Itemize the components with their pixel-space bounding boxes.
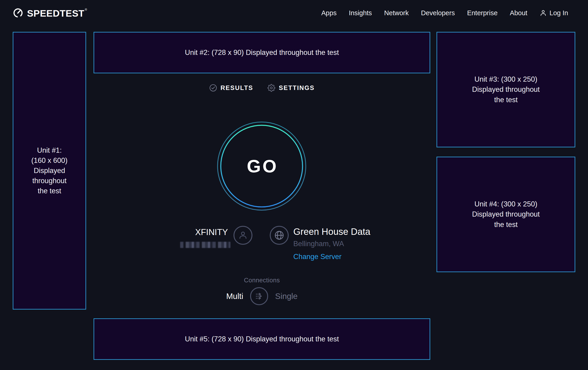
main-nav: Apps Insights Network Developers Enterpr… (321, 9, 568, 17)
login-button[interactable]: Log In (539, 9, 568, 17)
person-icon (238, 230, 248, 240)
check-circle-icon (209, 84, 217, 92)
trademark-symbol: ® (85, 8, 87, 11)
view-tabs: RESULTS SETTINGS (94, 84, 430, 92)
ad-unit-2-728x90[interactable]: Unit #2: (728 x 90) Displayed throughout… (94, 32, 430, 73)
ad-unit-5-728x90[interactable]: Unit #5: (728 x 90) Displayed throughout… (94, 318, 430, 360)
nav-item-network[interactable]: Network (384, 10, 409, 16)
gear-icon (267, 84, 275, 92)
redacted-ip-address (180, 242, 231, 248)
connections-title: Connections (94, 277, 430, 284)
server-location: Bellingham, WA (293, 240, 370, 247)
server-globe-badge (270, 226, 289, 245)
nav-item-apps[interactable]: Apps (321, 10, 336, 16)
ad-unit-1-text: Unit #1: (160 x 600) Displayed throughou… (32, 145, 68, 196)
connections-single-label[interactable]: Single (275, 291, 297, 301)
header: SPEEDTEST® Apps Insights Network Develop… (0, 0, 588, 26)
ad-unit-4-300x250[interactable]: Unit #4: (300 x 250) Displayed throughou… (437, 157, 575, 272)
ad-unit-4-text: Unit #4: (300 x 250) Displayed throughou… (472, 199, 540, 230)
speedometer-gauge-icon (13, 8, 23, 18)
nav-item-about[interactable]: About (510, 10, 527, 16)
nav-item-enterprise[interactable]: Enterprise (467, 10, 497, 16)
connections-row: Multi Single (94, 287, 430, 305)
connections-multi-label[interactable]: Multi (226, 291, 243, 301)
server-info: Green House Data Bellingham, WA Change S… (293, 227, 370, 260)
logo-text: SPEEDTEST (27, 8, 84, 19)
tab-results-label: RESULTS (220, 84, 253, 91)
server-name: Green House Data (293, 227, 370, 236)
ad-unit-3-text: Unit #3: (300 x 250) Displayed throughou… (472, 74, 540, 105)
tab-settings-label: SETTINGS (279, 84, 315, 91)
logo-wordmark: SPEEDTEST® (27, 8, 87, 18)
connections-toggle[interactable] (250, 287, 268, 305)
speedtest-logo[interactable]: SPEEDTEST® (13, 8, 87, 18)
user-icon (539, 9, 547, 17)
tab-results[interactable]: RESULTS (209, 84, 253, 92)
multi-connection-arrows-icon (254, 291, 264, 301)
speedtest-page: SPEEDTEST® Apps Insights Network Develop… (0, 0, 588, 370)
ad-unit-1-160x600[interactable]: Unit #1: (160 x 600) Displayed throughou… (13, 32, 86, 310)
globe-icon (274, 230, 284, 240)
ad-unit-2-text: Unit #2: (728 x 90) Displayed throughout… (185, 48, 339, 58)
go-button-label: GO (215, 120, 308, 212)
nav-item-developers[interactable]: Developers (421, 10, 455, 16)
change-server-link[interactable]: Change Server (293, 253, 370, 260)
isp-avatar (233, 226, 252, 245)
go-button[interactable]: GO (215, 120, 308, 212)
login-label: Log In (549, 9, 568, 17)
tab-settings[interactable]: SETTINGS (267, 84, 315, 92)
ad-unit-3-300x250[interactable]: Unit #3: (300 x 250) Displayed throughou… (437, 32, 575, 147)
ad-unit-5-text: Unit #5: (728 x 90) Displayed throughout… (185, 334, 339, 344)
nav-item-insights[interactable]: Insights (349, 10, 372, 16)
